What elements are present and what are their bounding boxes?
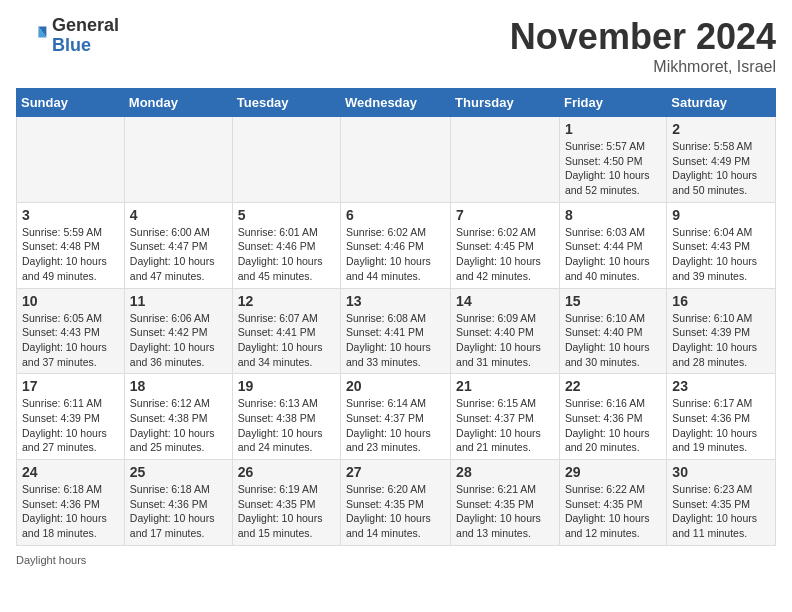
day-number: 24 [22, 464, 119, 480]
calendar-cell: 11Sunrise: 6:06 AMSunset: 4:42 PMDayligh… [124, 288, 232, 374]
calendar-cell: 17Sunrise: 6:11 AMSunset: 4:39 PMDayligh… [17, 374, 125, 460]
calendar-week-row: 10Sunrise: 6:05 AMSunset: 4:43 PMDayligh… [17, 288, 776, 374]
day-info: Sunrise: 6:22 AMSunset: 4:35 PMDaylight:… [565, 482, 661, 541]
calendar-cell: 7Sunrise: 6:02 AMSunset: 4:45 PMDaylight… [451, 202, 560, 288]
day-number: 8 [565, 207, 661, 223]
logo: General Blue [16, 16, 119, 56]
day-of-week-header: Wednesday [341, 89, 451, 117]
day-number: 17 [22, 378, 119, 394]
calendar-cell: 8Sunrise: 6:03 AMSunset: 4:44 PMDaylight… [559, 202, 666, 288]
day-of-week-header: Tuesday [232, 89, 340, 117]
day-number: 10 [22, 293, 119, 309]
calendar-cell [232, 117, 340, 203]
calendar-cell: 18Sunrise: 6:12 AMSunset: 4:38 PMDayligh… [124, 374, 232, 460]
day-number: 29 [565, 464, 661, 480]
day-info: Sunrise: 6:21 AMSunset: 4:35 PMDaylight:… [456, 482, 554, 541]
calendar-table: SundayMondayTuesdayWednesdayThursdayFrid… [16, 88, 776, 546]
location: Mikhmoret, Israel [510, 58, 776, 76]
day-info: Sunrise: 6:17 AMSunset: 4:36 PMDaylight:… [672, 396, 770, 455]
day-info: Sunrise: 6:02 AMSunset: 4:46 PMDaylight:… [346, 225, 445, 284]
day-of-week-header: Sunday [17, 89, 125, 117]
calendar-cell: 14Sunrise: 6:09 AMSunset: 4:40 PMDayligh… [451, 288, 560, 374]
calendar-cell: 2Sunrise: 5:58 AMSunset: 4:49 PMDaylight… [667, 117, 776, 203]
calendar-cell: 9Sunrise: 6:04 AMSunset: 4:43 PMDaylight… [667, 202, 776, 288]
calendar-cell: 30Sunrise: 6:23 AMSunset: 4:35 PMDayligh… [667, 460, 776, 546]
day-info: Sunrise: 6:15 AMSunset: 4:37 PMDaylight:… [456, 396, 554, 455]
day-info: Sunrise: 6:18 AMSunset: 4:36 PMDaylight:… [22, 482, 119, 541]
calendar-cell [124, 117, 232, 203]
day-info: Sunrise: 6:10 AMSunset: 4:40 PMDaylight:… [565, 311, 661, 370]
day-info: Sunrise: 6:02 AMSunset: 4:45 PMDaylight:… [456, 225, 554, 284]
day-info: Sunrise: 6:12 AMSunset: 4:38 PMDaylight:… [130, 396, 227, 455]
calendar-cell: 25Sunrise: 6:18 AMSunset: 4:36 PMDayligh… [124, 460, 232, 546]
page-header: General Blue November 2024 Mikhmoret, Is… [16, 16, 776, 76]
calendar-cell: 22Sunrise: 6:16 AMSunset: 4:36 PMDayligh… [559, 374, 666, 460]
day-number: 20 [346, 378, 445, 394]
calendar-cell: 24Sunrise: 6:18 AMSunset: 4:36 PMDayligh… [17, 460, 125, 546]
calendar-cell: 1Sunrise: 5:57 AMSunset: 4:50 PMDaylight… [559, 117, 666, 203]
day-info: Sunrise: 6:14 AMSunset: 4:37 PMDaylight:… [346, 396, 445, 455]
day-number: 28 [456, 464, 554, 480]
calendar-cell: 12Sunrise: 6:07 AMSunset: 4:41 PMDayligh… [232, 288, 340, 374]
day-info: Sunrise: 6:23 AMSunset: 4:35 PMDaylight:… [672, 482, 770, 541]
day-number: 4 [130, 207, 227, 223]
calendar-cell: 20Sunrise: 6:14 AMSunset: 4:37 PMDayligh… [341, 374, 451, 460]
day-number: 13 [346, 293, 445, 309]
header-row: SundayMondayTuesdayWednesdayThursdayFrid… [17, 89, 776, 117]
calendar-cell: 23Sunrise: 6:17 AMSunset: 4:36 PMDayligh… [667, 374, 776, 460]
calendar-cell: 6Sunrise: 6:02 AMSunset: 4:46 PMDaylight… [341, 202, 451, 288]
day-info: Sunrise: 6:07 AMSunset: 4:41 PMDaylight:… [238, 311, 335, 370]
calendar-cell: 15Sunrise: 6:10 AMSunset: 4:40 PMDayligh… [559, 288, 666, 374]
day-number: 19 [238, 378, 335, 394]
day-info: Sunrise: 6:05 AMSunset: 4:43 PMDaylight:… [22, 311, 119, 370]
day-number: 30 [672, 464, 770, 480]
logo-text: General Blue [52, 16, 119, 56]
day-number: 14 [456, 293, 554, 309]
calendar-week-row: 24Sunrise: 6:18 AMSunset: 4:36 PMDayligh… [17, 460, 776, 546]
calendar-cell: 16Sunrise: 6:10 AMSunset: 4:39 PMDayligh… [667, 288, 776, 374]
calendar-week-row: 17Sunrise: 6:11 AMSunset: 4:39 PMDayligh… [17, 374, 776, 460]
day-number: 15 [565, 293, 661, 309]
day-number: 21 [456, 378, 554, 394]
footer-note: Daylight hours [16, 554, 776, 566]
calendar-cell: 13Sunrise: 6:08 AMSunset: 4:41 PMDayligh… [341, 288, 451, 374]
day-info: Sunrise: 6:09 AMSunset: 4:40 PMDaylight:… [456, 311, 554, 370]
day-info: Sunrise: 6:13 AMSunset: 4:38 PMDaylight:… [238, 396, 335, 455]
day-info: Sunrise: 6:04 AMSunset: 4:43 PMDaylight:… [672, 225, 770, 284]
day-info: Sunrise: 6:10 AMSunset: 4:39 PMDaylight:… [672, 311, 770, 370]
day-number: 27 [346, 464, 445, 480]
day-of-week-header: Friday [559, 89, 666, 117]
day-number: 5 [238, 207, 335, 223]
day-number: 11 [130, 293, 227, 309]
day-of-week-header: Saturday [667, 89, 776, 117]
day-number: 25 [130, 464, 227, 480]
day-number: 16 [672, 293, 770, 309]
day-number: 2 [672, 121, 770, 137]
day-info: Sunrise: 6:06 AMSunset: 4:42 PMDaylight:… [130, 311, 227, 370]
day-number: 12 [238, 293, 335, 309]
day-info: Sunrise: 6:20 AMSunset: 4:35 PMDaylight:… [346, 482, 445, 541]
day-number: 18 [130, 378, 227, 394]
calendar-cell: 19Sunrise: 6:13 AMSunset: 4:38 PMDayligh… [232, 374, 340, 460]
day-info: Sunrise: 6:01 AMSunset: 4:46 PMDaylight:… [238, 225, 335, 284]
day-info: Sunrise: 6:16 AMSunset: 4:36 PMDaylight:… [565, 396, 661, 455]
calendar-cell [17, 117, 125, 203]
day-number: 3 [22, 207, 119, 223]
calendar-cell: 27Sunrise: 6:20 AMSunset: 4:35 PMDayligh… [341, 460, 451, 546]
logo-general: General [52, 16, 119, 36]
day-info: Sunrise: 6:19 AMSunset: 4:35 PMDaylight:… [238, 482, 335, 541]
calendar-week-row: 3Sunrise: 5:59 AMSunset: 4:48 PMDaylight… [17, 202, 776, 288]
day-of-week-header: Monday [124, 89, 232, 117]
calendar-cell: 5Sunrise: 6:01 AMSunset: 4:46 PMDaylight… [232, 202, 340, 288]
calendar-cell: 21Sunrise: 6:15 AMSunset: 4:37 PMDayligh… [451, 374, 560, 460]
day-number: 9 [672, 207, 770, 223]
day-info: Sunrise: 6:03 AMSunset: 4:44 PMDaylight:… [565, 225, 661, 284]
calendar-cell: 4Sunrise: 6:00 AMSunset: 4:47 PMDaylight… [124, 202, 232, 288]
calendar-cell: 10Sunrise: 6:05 AMSunset: 4:43 PMDayligh… [17, 288, 125, 374]
day-info: Sunrise: 6:18 AMSunset: 4:36 PMDaylight:… [130, 482, 227, 541]
day-info: Sunrise: 5:57 AMSunset: 4:50 PMDaylight:… [565, 139, 661, 198]
calendar-cell: 3Sunrise: 5:59 AMSunset: 4:48 PMDaylight… [17, 202, 125, 288]
day-info: Sunrise: 5:58 AMSunset: 4:49 PMDaylight:… [672, 139, 770, 198]
logo-blue: Blue [52, 36, 119, 56]
calendar-cell: 28Sunrise: 6:21 AMSunset: 4:35 PMDayligh… [451, 460, 560, 546]
